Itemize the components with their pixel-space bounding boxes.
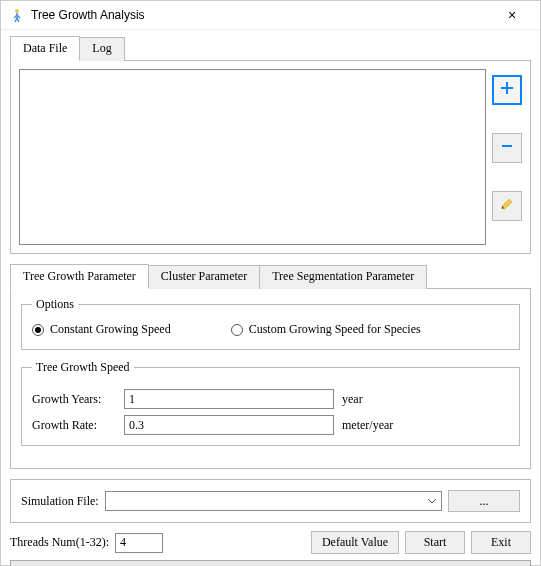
radio-custom-label: Custom Growing Speed for Species <box>249 322 421 337</box>
growth-speed-group: Tree Growth Speed Growth Years: year Gro… <box>21 360 520 446</box>
browse-button-label: ... <box>480 494 489 509</box>
datafile-panel <box>10 60 531 254</box>
default-value-label: Default Value <box>322 535 388 550</box>
svg-line-5 <box>17 18 19 22</box>
minus-icon <box>499 138 515 158</box>
params-panel: Options Constant Growing Speed Custom Gr… <box>10 288 531 469</box>
tab-data-file[interactable]: Data File <box>10 36 80 61</box>
tab-tree-segmentation-parameter[interactable]: Tree Segmentation Parameter <box>259 265 427 289</box>
radio-icon-checked <box>32 324 44 336</box>
file-list[interactable] <box>19 69 486 245</box>
threads-input[interactable] <box>115 533 163 553</box>
start-label: Start <box>424 535 447 550</box>
tab-tree-growth-parameter[interactable]: Tree Growth Parameter <box>10 264 149 289</box>
tab-tree-growth-label: Tree Growth Parameter <box>23 269 136 283</box>
tab-cluster-label: Cluster Parameter <box>161 269 247 283</box>
exit-label: Exit <box>491 535 511 550</box>
add-file-button[interactable] <box>492 75 522 105</box>
growth-years-label: Growth Years: <box>32 392 118 407</box>
pencil-icon <box>499 196 515 216</box>
simulation-file-label: Simulation File: <box>21 494 99 509</box>
default-value-button[interactable]: Default Value <box>311 531 399 554</box>
growth-years-input[interactable] <box>124 389 334 409</box>
tab-data-file-label: Data File <box>23 41 67 55</box>
window: Tree Growth Analysis × Data File Log <box>0 0 541 566</box>
options-group: Options Constant Growing Speed Custom Gr… <box>21 297 520 350</box>
param-tabs: Tree Growth Parameter Cluster Parameter … <box>10 264 531 288</box>
tab-log[interactable]: Log <box>79 37 124 61</box>
plus-icon <box>499 80 515 100</box>
exit-button[interactable]: Exit <box>471 531 531 554</box>
tab-cluster-parameter[interactable]: Cluster Parameter <box>148 265 260 289</box>
content-area: Data File Log <box>1 30 540 566</box>
radio-custom-speed[interactable]: Custom Growing Speed for Species <box>231 322 421 337</box>
tab-log-label: Log <box>92 41 111 55</box>
tab-segmentation-label: Tree Segmentation Parameter <box>272 269 414 283</box>
progress-bar <box>10 560 531 566</box>
growth-years-unit: year <box>342 392 363 407</box>
options-legend: Options <box>32 297 78 312</box>
app-icon <box>9 7 25 23</box>
svg-point-0 <box>15 9 19 13</box>
options-radio-row: Constant Growing Speed Custom Growing Sp… <box>32 320 509 339</box>
datafile-tabs: Data File Log <box>10 36 531 60</box>
radio-icon-unchecked <box>231 324 243 336</box>
close-icon: × <box>508 7 516 23</box>
edit-file-button[interactable] <box>492 191 522 221</box>
chevron-down-icon <box>425 493 439 509</box>
browse-button[interactable]: ... <box>448 490 520 512</box>
bottom-row: Threads Num(1-32): Default Value Start E… <box>10 531 531 554</box>
radio-constant-label: Constant Growing Speed <box>50 322 171 337</box>
growth-rate-unit: meter/year <box>342 418 393 433</box>
threads-label: Threads Num(1-32): <box>10 535 109 550</box>
growth-rate-input[interactable] <box>124 415 334 435</box>
growth-rate-label: Growth Rate: <box>32 418 118 433</box>
simulation-file-combo[interactable] <box>105 491 442 511</box>
simulation-section: Simulation File: ... <box>10 479 531 523</box>
params-section: Tree Growth Parameter Cluster Parameter … <box>10 264 531 469</box>
start-button[interactable]: Start <box>405 531 465 554</box>
file-buttons <box>492 69 522 245</box>
titlebar: Tree Growth Analysis × <box>1 1 540 30</box>
window-title: Tree Growth Analysis <box>31 8 492 22</box>
remove-file-button[interactable] <box>492 133 522 163</box>
growth-years-row: Growth Years: year <box>32 389 509 409</box>
radio-constant-speed[interactable]: Constant Growing Speed <box>32 322 171 337</box>
growth-rate-row: Growth Rate: meter/year <box>32 415 509 435</box>
close-button[interactable]: × <box>492 1 532 29</box>
growth-speed-legend: Tree Growth Speed <box>32 360 134 375</box>
